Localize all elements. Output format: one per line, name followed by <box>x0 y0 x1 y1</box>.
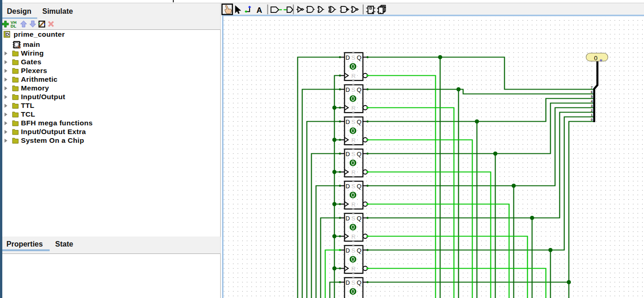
svg-text:D: D <box>346 86 350 93</box>
svg-text:R: R <box>351 201 356 208</box>
svg-text:1: 1 <box>591 113 593 117</box>
svg-text:5: 5 <box>591 95 593 99</box>
svg-text:0: 0 <box>594 55 598 62</box>
svg-text:Q: Q <box>357 151 361 157</box>
svg-text:S: S <box>351 183 355 190</box>
svg-text:Q: Q <box>357 247 361 254</box>
svg-text:2: 2 <box>591 108 593 112</box>
svg-text:7: 7 <box>591 85 593 90</box>
svg-text:Q: Q <box>357 118 361 125</box>
svg-text:S: S <box>351 247 355 254</box>
svg-text:S: S <box>351 54 355 61</box>
svg-text:A: A <box>256 6 262 15</box>
svg-text:Q: Q <box>357 279 361 286</box>
svg-text:D: D <box>346 54 350 61</box>
svg-text:D: D <box>346 279 350 286</box>
svg-text:D: D <box>346 247 350 254</box>
svg-text:D: D <box>346 183 350 190</box>
svg-text:S: S <box>351 215 355 222</box>
svg-text:R: R <box>351 169 356 176</box>
svg-text:Q: Q <box>357 54 361 61</box>
svg-text:DL: DL <box>11 24 17 28</box>
svg-text:R: R <box>351 233 356 240</box>
svg-text:S: S <box>351 86 355 93</box>
svg-text:D: D <box>346 118 350 125</box>
svg-text:Q: Q <box>357 86 361 93</box>
svg-text:6: 6 <box>591 90 593 94</box>
svg-text:0: 0 <box>591 118 593 122</box>
svg-text:D: D <box>346 215 350 222</box>
svg-text:S: S <box>351 279 355 286</box>
svg-text:u: u <box>600 58 602 62</box>
svg-text:S: S <box>351 151 355 157</box>
svg-text:D: D <box>346 151 350 157</box>
svg-text:3: 3 <box>591 104 593 108</box>
svg-text:R: R <box>351 265 356 272</box>
svg-text:R: R <box>351 73 356 79</box>
svg-text:S: S <box>351 118 355 125</box>
svg-text:4: 4 <box>591 99 593 103</box>
svg-text:Q: Q <box>357 183 361 190</box>
svg-text:R: R <box>351 105 356 112</box>
svg-text:Q: Q <box>357 215 361 222</box>
svg-text:R: R <box>351 137 356 144</box>
